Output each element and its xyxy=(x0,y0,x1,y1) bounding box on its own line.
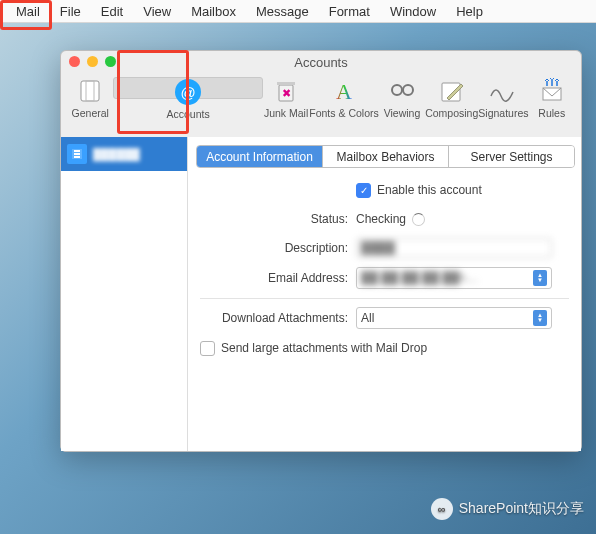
toolbar-rules-label: Rules xyxy=(538,107,565,119)
status-label: Status: xyxy=(200,212,356,226)
preferences-window: Accounts General @ Accounts ✖ Junk Mail … xyxy=(60,50,582,452)
description-input[interactable] xyxy=(356,238,552,258)
account-name: ██████ xyxy=(93,148,140,160)
svg-text:@: @ xyxy=(181,84,196,101)
download-attachments-label: Download Attachments: xyxy=(200,311,356,325)
toolbar-composing[interactable]: Composing xyxy=(425,77,478,127)
svg-rect-0 xyxy=(81,81,99,101)
status-value: Checking xyxy=(356,212,406,226)
toolbar-junk-label: Junk Mail xyxy=(264,107,308,119)
toolbar-accounts[interactable]: @ Accounts xyxy=(113,77,262,99)
tab-account-info[interactable]: Account Information xyxy=(197,146,323,167)
svg-point-9 xyxy=(403,85,413,95)
general-icon xyxy=(76,77,104,105)
download-attachments-select[interactable]: All ▲▼ xyxy=(356,307,552,329)
accounts-sidebar: ██████ xyxy=(61,137,188,451)
toolbar-fonts-label: Fonts & Colors xyxy=(309,107,378,119)
junk-icon: ✖ xyxy=(272,77,300,105)
toolbar-accounts-label: Accounts xyxy=(167,108,210,120)
toolbar: General @ Accounts ✖ Junk Mail A Fonts &… xyxy=(61,73,581,140)
menu-view[interactable]: View xyxy=(133,2,181,21)
svg-rect-5 xyxy=(277,82,295,85)
email-label: Email Address: xyxy=(200,271,356,285)
watermark: ∞ SharePoint知识分享 xyxy=(431,498,584,520)
minimize-button[interactable] xyxy=(87,56,98,67)
menu-help[interactable]: Help xyxy=(446,2,493,21)
wechat-icon: ∞ xyxy=(431,498,453,520)
signatures-icon xyxy=(489,77,517,105)
toolbar-fonts[interactable]: A Fonts & Colors xyxy=(309,77,378,127)
toolbar-rules[interactable]: Rules xyxy=(529,77,575,127)
menu-message[interactable]: Message xyxy=(246,2,319,21)
menu-format[interactable]: Format xyxy=(319,2,380,21)
menu-mail[interactable]: Mail xyxy=(6,2,50,21)
toolbar-signatures[interactable]: Signatures xyxy=(478,77,528,127)
rules-icon xyxy=(538,77,566,105)
toolbar-general-label: General xyxy=(72,107,109,119)
window-title: Accounts xyxy=(294,55,347,70)
watermark-text: SharePoint知识分享 xyxy=(459,500,584,518)
menu-file[interactable]: File xyxy=(50,2,91,21)
account-list-item[interactable]: ██████ xyxy=(61,137,187,171)
svg-point-8 xyxy=(392,85,402,95)
svg-text:A: A xyxy=(336,79,352,104)
toolbar-viewing-label: Viewing xyxy=(384,107,421,119)
zoom-button[interactable] xyxy=(105,56,116,67)
email-address-value: ██ ██ ██ ██ ██h… xyxy=(361,271,478,285)
fonts-icon: A xyxy=(330,77,358,105)
spinner-icon xyxy=(412,213,425,226)
toolbar-general[interactable]: General xyxy=(67,77,113,127)
exchange-icon xyxy=(67,144,87,164)
toolbar-junk[interactable]: ✖ Junk Mail xyxy=(263,77,309,127)
email-address-select[interactable]: ██ ██ ██ ██ ██h… ▲▼ xyxy=(356,267,552,289)
dropdown-arrows-icon: ▲▼ xyxy=(533,310,547,326)
account-detail-pane: Account Information Mailbox Behaviors Se… xyxy=(188,137,581,451)
maildrop-checkbox[interactable] xyxy=(200,341,215,356)
menu-window[interactable]: Window xyxy=(380,2,446,21)
composing-icon xyxy=(438,77,466,105)
viewing-icon xyxy=(388,77,416,105)
tab-mailbox-behaviors[interactable]: Mailbox Behaviors xyxy=(323,146,449,167)
maildrop-label: Send large attachments with Mail Drop xyxy=(221,341,427,355)
toolbar-signatures-label: Signatures xyxy=(478,107,528,119)
description-label: Description: xyxy=(200,241,356,255)
download-attachments-value: All xyxy=(361,311,374,325)
close-button[interactable] xyxy=(69,56,80,67)
menu-edit[interactable]: Edit xyxy=(91,2,133,21)
toolbar-composing-label: Composing xyxy=(425,107,478,119)
menu-mailbox[interactable]: Mailbox xyxy=(181,2,246,21)
accounts-icon: @ xyxy=(174,78,202,106)
enable-account-checkbox[interactable] xyxy=(356,183,371,198)
tab-server-settings[interactable]: Server Settings xyxy=(449,146,574,167)
dropdown-arrows-icon: ▲▼ xyxy=(533,270,547,286)
svg-text:✖: ✖ xyxy=(282,87,291,99)
toolbar-viewing[interactable]: Viewing xyxy=(379,77,425,127)
titlebar: Accounts xyxy=(61,51,581,73)
menu-bar: Mail File Edit View Mailbox Message Form… xyxy=(0,0,596,23)
enable-account-label: Enable this account xyxy=(377,183,482,197)
